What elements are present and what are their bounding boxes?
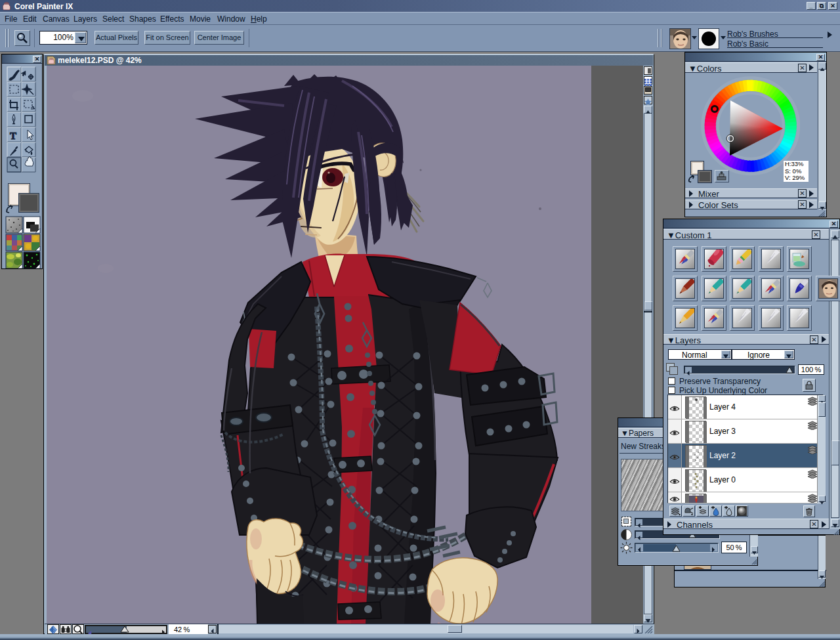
svg-text:T: T	[10, 131, 16, 141]
